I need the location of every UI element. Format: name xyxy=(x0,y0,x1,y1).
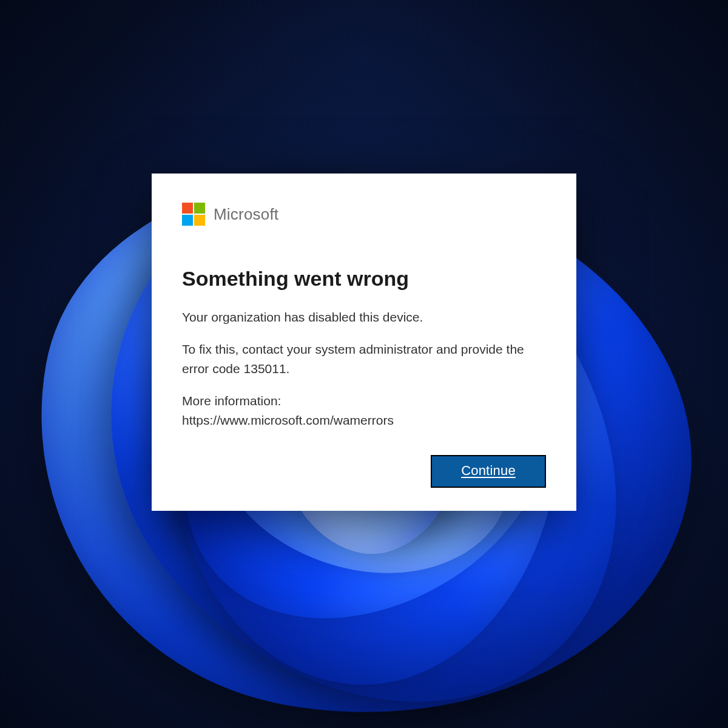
dialog-message-2: To fix this, contact your system adminis… xyxy=(182,340,546,378)
brand-row: Microsoft xyxy=(182,203,546,226)
dialog-more-info: More information: https://www.microsoft.… xyxy=(182,391,546,430)
error-dialog: Microsoft Something went wrong Your orga… xyxy=(152,174,576,511)
more-info-label: More information: xyxy=(182,394,281,408)
logo-square-green xyxy=(194,203,205,214)
brand-name: Microsoft xyxy=(214,205,278,224)
dialog-body: Your organization has disabled this devi… xyxy=(182,308,546,430)
logo-square-blue xyxy=(182,215,193,226)
logo-square-red xyxy=(182,203,193,214)
continue-button[interactable]: Continue xyxy=(431,455,546,488)
dialog-title: Something went wrong xyxy=(182,266,546,292)
microsoft-logo-icon xyxy=(182,203,205,226)
logo-square-yellow xyxy=(194,215,205,226)
dialog-message-1: Your organization has disabled this devi… xyxy=(182,308,546,327)
more-info-url: https://www.microsoft.com/wamerrors xyxy=(182,413,394,427)
dialog-actions: Continue xyxy=(182,455,546,488)
